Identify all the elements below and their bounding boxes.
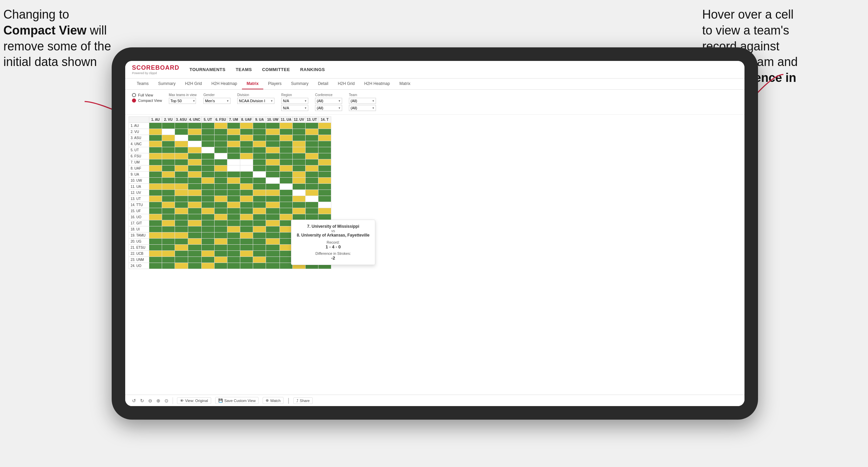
matrix-cell[interactable]: [201, 257, 214, 263]
matrix-cell[interactable]: [280, 226, 292, 232]
zoom-out-icon[interactable]: ⊖: [148, 398, 152, 403]
matrix-cell[interactable]: [318, 159, 331, 165]
matrix-cell[interactable]: [266, 214, 280, 220]
matrix-cell[interactable]: [149, 172, 162, 178]
matrix-cell[interactable]: [201, 196, 214, 202]
matrix-cell[interactable]: [201, 232, 214, 239]
matrix-cell[interactable]: [149, 226, 162, 232]
matrix-cell[interactable]: [280, 251, 292, 257]
matrix-cell[interactable]: [280, 214, 292, 220]
matrix-cell[interactable]: [201, 239, 214, 245]
matrix-cell[interactable]: [280, 232, 292, 239]
tab-summary2[interactable]: Summary: [286, 79, 313, 89]
filter-gender-select[interactable]: Men's: [203, 98, 230, 104]
matrix-cell[interactable]: [201, 129, 214, 135]
matrix-cell[interactable]: [214, 135, 227, 141]
matrix-cell[interactable]: [149, 232, 162, 239]
compact-view-radio[interactable]: [132, 98, 136, 103]
matrix-cell[interactable]: [201, 178, 214, 184]
matrix-cell[interactable]: [175, 147, 188, 153]
matrix-cell[interactable]: [149, 263, 162, 269]
matrix-cell[interactable]: [201, 123, 214, 129]
zoom-in-icon[interactable]: ⊕: [156, 398, 160, 403]
matrix-cell[interactable]: [227, 159, 240, 165]
matrix-cell[interactable]: [240, 135, 253, 141]
matrix-cell[interactable]: [162, 123, 175, 129]
tab-teams[interactable]: Teams: [132, 79, 153, 89]
matrix-cell[interactable]: [240, 153, 253, 159]
matrix-cell[interactable]: [305, 129, 318, 135]
matrix-cell[interactable]: [253, 147, 266, 153]
filter-conf-select2[interactable]: (All): [315, 105, 342, 111]
matrix-cell[interactable]: [149, 123, 162, 129]
matrix-cell[interactable]: [188, 184, 201, 190]
matrix-cell[interactable]: [188, 165, 201, 172]
matrix-cell[interactable]: [305, 147, 318, 153]
matrix-cell[interactable]: [214, 220, 227, 226]
matrix-cell[interactable]: [175, 159, 188, 165]
reset-icon[interactable]: ⊙: [164, 398, 169, 403]
matrix-cell[interactable]: [318, 202, 331, 208]
matrix-cell[interactable]: [280, 165, 292, 172]
matrix-cell[interactable]: [280, 202, 292, 208]
matrix-cell[interactable]: [162, 239, 175, 245]
matrix-cell[interactable]: [253, 153, 266, 159]
matrix-cell[interactable]: [266, 135, 280, 141]
matrix-cell[interactable]: [162, 141, 175, 147]
matrix-cell[interactable]: [214, 208, 227, 214]
matrix-cell[interactable]: [149, 257, 162, 263]
matrix-cell[interactable]: [305, 214, 318, 220]
matrix-cell[interactable]: [175, 153, 188, 159]
matrix-cell[interactable]: [149, 220, 162, 226]
matrix-cell[interactable]: [253, 202, 266, 208]
filter-region-select2[interactable]: N/A: [281, 105, 308, 111]
matrix-cell[interactable]: [266, 263, 280, 269]
matrix-cell[interactable]: [305, 123, 318, 129]
matrix-cell[interactable]: [292, 184, 305, 190]
tab-matrix2[interactable]: Matrix: [395, 79, 415, 89]
matrix-cell[interactable]: [240, 172, 253, 178]
matrix-cell[interactable]: [227, 214, 240, 220]
tab-matrix1[interactable]: Matrix: [242, 79, 263, 89]
matrix-cell[interactable]: [149, 202, 162, 208]
nav-rankings[interactable]: RANKINGS: [300, 65, 325, 74]
matrix-cell[interactable]: [175, 202, 188, 208]
matrix-cell[interactable]: [214, 141, 227, 147]
matrix-cell[interactable]: [305, 153, 318, 159]
matrix-cell[interactable]: [214, 245, 227, 251]
matrix-cell[interactable]: [253, 123, 266, 129]
matrix-cell[interactable]: [175, 190, 188, 196]
matrix-cell[interactable]: [318, 190, 331, 196]
matrix-cell[interactable]: [305, 141, 318, 147]
matrix-cell[interactable]: [201, 214, 214, 220]
matrix-cell[interactable]: [188, 129, 201, 135]
matrix-cell[interactable]: [240, 263, 253, 269]
matrix-cell[interactable]: [240, 123, 253, 129]
matrix-cell[interactable]: [318, 153, 331, 159]
matrix-cell[interactable]: [253, 226, 266, 232]
matrix-cell[interactable]: [227, 226, 240, 232]
matrix-cell[interactable]: [175, 220, 188, 226]
matrix-cell[interactable]: [266, 147, 280, 153]
matrix-cell[interactable]: [188, 178, 201, 184]
matrix-cell[interactable]: [162, 202, 175, 208]
matrix-cell[interactable]: [240, 147, 253, 153]
matrix-cell[interactable]: [149, 153, 162, 159]
matrix-cell[interactable]: [201, 184, 214, 190]
matrix-cell[interactable]: [188, 245, 201, 251]
matrix-cell[interactable]: [214, 165, 227, 172]
matrix-cell[interactable]: [305, 135, 318, 141]
matrix-cell[interactable]: [240, 245, 253, 251]
matrix-cell[interactable]: [162, 178, 175, 184]
matrix-cell[interactable]: [188, 226, 201, 232]
matrix-cell[interactable]: [318, 141, 331, 147]
full-view-radio[interactable]: [132, 93, 136, 97]
matrix-cell[interactable]: [149, 135, 162, 141]
matrix-cell[interactable]: [280, 172, 292, 178]
matrix-cell[interactable]: [305, 178, 318, 184]
matrix-cell[interactable]: [227, 172, 240, 178]
matrix-cell[interactable]: [280, 190, 292, 196]
matrix-cell[interactable]: [149, 147, 162, 153]
matrix-cell[interactable]: [280, 135, 292, 141]
matrix-cell[interactable]: [188, 239, 201, 245]
